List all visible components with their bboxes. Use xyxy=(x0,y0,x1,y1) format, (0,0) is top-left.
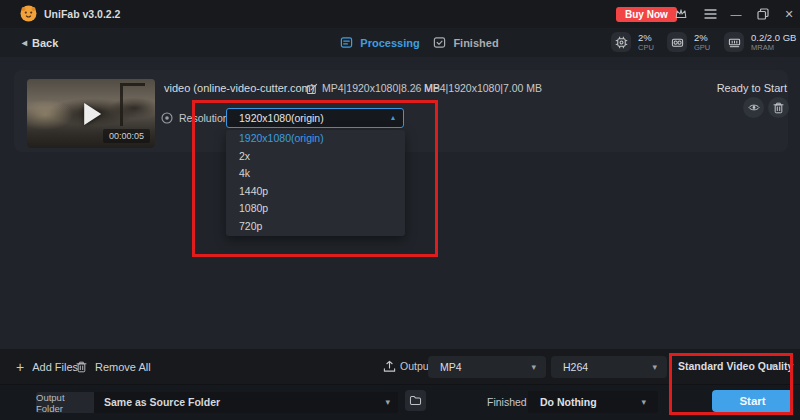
play-icon[interactable] xyxy=(84,103,101,125)
app-title: UniFab v3.0.2.2 xyxy=(44,0,120,28)
format-select[interactable]: MP4 ▾ xyxy=(428,356,546,378)
tab-finished-label: Finished xyxy=(453,37,498,49)
menu-icon[interactable] xyxy=(704,8,717,20)
trash-icon xyxy=(76,361,87,373)
trash-icon xyxy=(773,102,784,114)
main-area: 00:00:05 video (online-video-cutter.com)… xyxy=(0,57,800,349)
duration-badge: 00:00:05 xyxy=(103,129,150,143)
buy-now-button[interactable]: Buy Now xyxy=(616,7,677,22)
chevron-down-icon: ▾ xyxy=(641,391,646,413)
menu-item-2x[interactable]: 2x xyxy=(226,148,405,166)
codec-select[interactable]: H264 ▾ xyxy=(551,356,667,378)
start-button[interactable]: Start xyxy=(712,390,793,412)
eye-icon xyxy=(748,103,760,112)
restore-icon[interactable] xyxy=(757,8,769,20)
output-folder-label: Output Folder xyxy=(36,392,94,413)
title-bar: UniFab v3.0.2.2 Buy Now — ✕ xyxy=(0,0,800,28)
remove-all-label: Remove All xyxy=(95,361,151,373)
output-icon xyxy=(383,360,396,373)
finished-action-label: Finished xyxy=(487,396,527,408)
memory-label: MRAM xyxy=(751,43,796,52)
gpu-stat: 2% GPU xyxy=(667,32,710,52)
memory-value: 0.2/2.0 GB xyxy=(751,32,796,43)
cpu-icon xyxy=(611,32,631,52)
unifab-window: UniFab v3.0.2.2 Buy Now — ✕ ◂ Back xyxy=(0,0,800,420)
chevron-down-icon: ▾ xyxy=(385,392,390,413)
status-text: Ready to Start xyxy=(717,82,787,94)
unifab-logo-icon xyxy=(20,5,37,22)
menu-item-4k[interactable]: 4k xyxy=(226,165,405,183)
convert-arrow-icon: » xyxy=(413,82,419,94)
bottom-toolbar: + Add Files Remove All Output MP4 ▾ xyxy=(0,349,800,384)
close-icon[interactable]: ✕ xyxy=(780,0,798,28)
minimize-icon[interactable]: — xyxy=(727,0,745,28)
output-folder-select[interactable]: Same as Source Folder ▾ xyxy=(94,392,398,413)
processing-queue-icon xyxy=(340,36,353,49)
cpu-stat: 2% CPU xyxy=(611,32,654,52)
video-thumbnail[interactable]: 00:00:05 xyxy=(27,79,155,148)
tab-processing-label: Processing xyxy=(360,37,419,49)
resolution-selected-value: 1920x1080(origin) xyxy=(239,109,324,127)
gpu-icon xyxy=(667,32,687,52)
menu-item-720p[interactable]: 720p xyxy=(226,218,405,236)
crown-icon[interactable] xyxy=(674,7,688,21)
output-folder-value: Same as Source Folder xyxy=(104,392,220,413)
codec-value: H264 xyxy=(563,356,588,378)
output-label: Output xyxy=(400,360,432,372)
memory-icon xyxy=(724,32,744,52)
plus-icon: + xyxy=(16,361,24,373)
resolution-label: Resolution xyxy=(179,112,229,124)
resolution-menu: 1920x1080(origin) 2x 4k 1440p 1080p 720p xyxy=(226,130,405,236)
remove-all-button[interactable]: Remove All xyxy=(76,349,151,384)
file-title: video (online-video-cutter.com) xyxy=(164,82,314,94)
preview-button[interactable] xyxy=(743,97,764,118)
chevron-down-icon: ▾ xyxy=(652,356,657,378)
format-value: MP4 xyxy=(440,356,462,378)
add-files-button[interactable]: + Add Files xyxy=(16,349,78,384)
back-label: Back xyxy=(32,37,58,49)
cpu-label: CPU xyxy=(638,43,654,52)
resolution-select[interactable]: 1920x1080(origin) ▴ xyxy=(226,108,404,128)
finished-check-icon xyxy=(433,36,446,49)
add-files-label: Add Files xyxy=(32,361,78,373)
menu-item-origin[interactable]: 1920x1080(origin) xyxy=(226,130,405,148)
chevron-up-icon: ▴ xyxy=(391,109,395,127)
quality-select[interactable]: Standard Video Quality xyxy=(678,360,793,372)
delete-button[interactable] xyxy=(768,97,789,118)
back-arrow-icon: ◂ xyxy=(22,37,27,48)
menu-item-1440p[interactable]: 1440p xyxy=(226,183,405,201)
gpu-value: 2% xyxy=(694,32,710,43)
target-spec: MP4|1920x1080|7.00 MB xyxy=(424,82,542,94)
cpu-value: 2% xyxy=(638,32,654,43)
chevron-down-icon[interactable]: ▾ xyxy=(771,361,776,371)
chevron-down-icon: ▾ xyxy=(531,356,536,378)
gpu-label: GPU xyxy=(694,43,710,52)
folder-icon xyxy=(409,395,422,406)
tab-processing[interactable]: Processing xyxy=(332,28,428,57)
menu-item-1080p[interactable]: 1080p xyxy=(226,200,405,218)
browse-folder-button[interactable] xyxy=(405,390,426,411)
memory-stat: 0.2/2.0 GB MRAM xyxy=(724,32,796,52)
tab-finished[interactable]: Finished xyxy=(428,28,504,57)
finished-action-value: Do Nothing xyxy=(540,391,597,413)
nav-bar: ◂ Back Processing Finished xyxy=(0,28,800,57)
source-spec: MP4|1920x1080|8.26 MB xyxy=(322,82,440,94)
radio-icon xyxy=(161,112,173,124)
back-button[interactable]: ◂ Back xyxy=(22,28,58,57)
edit-icon[interactable] xyxy=(306,83,318,95)
finished-action-select[interactable]: Do Nothing ▾ xyxy=(528,391,658,413)
